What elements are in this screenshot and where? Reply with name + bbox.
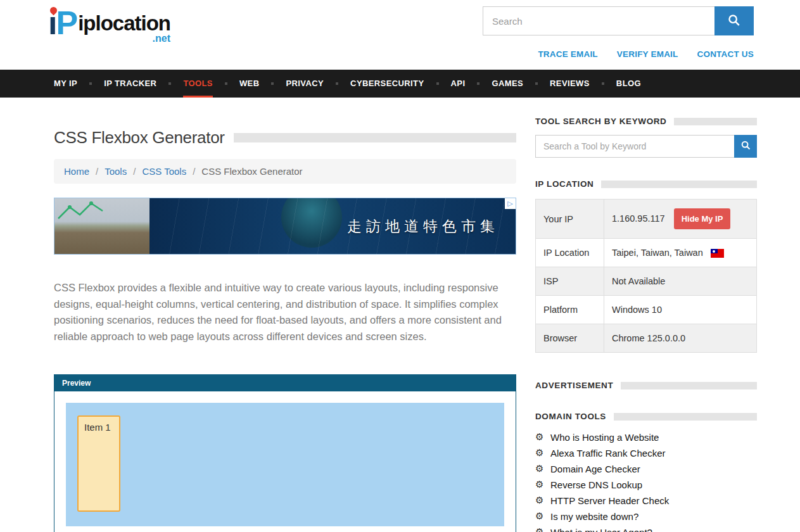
page-container: CSS Flexbox Generator Home/ Tools/ CSS T… (54, 98, 757, 532)
breadcrumb-css-tools[interactable]: CSS Tools (142, 166, 186, 177)
logo-letter-p: P (56, 4, 77, 41)
nav-separator (225, 82, 227, 85)
table-row: Platform Windows 10 (536, 296, 757, 324)
main-content: CSS Flexbox Generator Home/ Tools/ CSS T… (54, 98, 516, 532)
breadcrumb: Home/ Tools/ CSS Tools/ CSS Flexbox Gene… (54, 159, 516, 184)
sidebar: TOOL SEARCH BY KEYWORD IP LOCATION Your … (535, 98, 757, 532)
tool-search-heading-row: TOOL SEARCH BY KEYWORD (535, 117, 757, 126)
domain-tool-reverse-dns-link[interactable]: Reverse DNS Lookup (550, 479, 642, 490)
gear-icon: ⚙ (535, 479, 550, 490)
main-nav: MY IP IP TRACKER TOOLS WEB PRIVACY CYBER… (0, 70, 800, 98)
trace-email-link[interactable]: TRACE EMAIL (538, 49, 597, 59)
ip-location-heading-row: IP LOCATION (535, 179, 757, 189)
list-item: ⚙ HTTP Server Header Check (535, 495, 757, 506)
domain-tools-list: ⚙ Who is Hosting a Website ⚙ Alexa Traff… (535, 431, 757, 532)
nav-item-cybersecurity[interactable]: CYBERSECURITY (350, 70, 424, 98)
isp-label: ISP (536, 267, 604, 296)
breadcrumb-home[interactable]: Home (64, 166, 89, 177)
breadcrumb-tools[interactable]: Tools (105, 166, 127, 177)
breadcrumb-separator: / (133, 166, 136, 177)
nav-separator (436, 82, 439, 85)
platform-value: Windows 10 (604, 296, 757, 324)
ip-location-value: Taipei, Taiwan, Taiwan (612, 248, 703, 258)
isp-value: Not Available (604, 267, 757, 296)
domain-tool-age-link[interactable]: Domain Age Checker (550, 464, 640, 474)
verify-email-link[interactable]: VERIFY EMAIL (617, 49, 678, 59)
platform-label: Platform (536, 296, 604, 324)
nav-separator (168, 82, 171, 85)
top-header: ıP iplocation .net TRACE EMAIL VERIFY EM… (0, 0, 800, 70)
site-search-button[interactable] (714, 6, 754, 35)
ip-location-heading: IP LOCATION (535, 179, 594, 189)
gear-icon: ⚙ (535, 447, 550, 459)
gear-icon: ⚙ (535, 526, 550, 532)
gear-icon: ⚙ (535, 463, 550, 474)
tool-search-input[interactable] (535, 135, 734, 158)
advertisement-heading: ADVERTISEMENT (535, 381, 613, 390)
list-item: ⚙ What is my User Agent? (535, 526, 757, 532)
heading-decor-bar (621, 382, 757, 390)
nav-separator (477, 82, 479, 85)
breadcrumb-separator: / (193, 166, 195, 177)
list-item: ⚙ Who is Hosting a Website (535, 431, 757, 443)
ad-banner[interactable]: 走訪地道特色市集 ▷ (54, 198, 516, 255)
domain-tool-user-agent-link[interactable]: What is my User Agent? (550, 527, 652, 532)
title-decor-bar (234, 133, 516, 142)
nav-item-my-ip[interactable]: MY IP (54, 70, 77, 98)
title-row: CSS Flexbox Generator (54, 128, 516, 148)
site-search-input[interactable] (483, 6, 714, 35)
ad-photo-panel (54, 198, 149, 254)
tool-search-button[interactable] (734, 135, 757, 158)
heading-decor-bar (674, 118, 757, 125)
list-item: ⚙ Alexa Traffic Rank Checker (535, 447, 757, 459)
preview-flex-container: Item 1 (66, 403, 504, 526)
browser-label: Browser (536, 324, 604, 353)
ad-headline: 走訪地道特色市集 (347, 217, 499, 236)
tool-search-box (535, 135, 757, 158)
domain-tools-heading-row: DOMAIN TOOLS (535, 412, 757, 421)
nav-separator (336, 82, 338, 85)
search-icon (727, 13, 741, 29)
nav-item-web[interactable]: WEB (239, 70, 260, 98)
nav-item-games[interactable]: GAMES (492, 70, 523, 98)
ad-chart-decoration (56, 200, 114, 225)
logo-text: iplocation .net (78, 11, 170, 44)
hide-my-ip-button[interactable]: Hide My IP (674, 208, 731, 229)
flexbox-preview-panel: Preview Item 1 (54, 374, 516, 532)
breadcrumb-separator: / (96, 166, 98, 177)
nav-item-reviews[interactable]: REVIEWS (550, 70, 590, 98)
nav-item-api[interactable]: API (451, 70, 466, 98)
nav-item-blog[interactable]: BLOG (616, 70, 641, 98)
header-quick-links: TRACE EMAIL VERIFY EMAIL CONTACT US (538, 49, 754, 59)
domain-tool-alexa-link[interactable]: Alexa Traffic Rank Checker (550, 448, 665, 459)
list-item: ⚙ Is my website down? (535, 510, 757, 522)
nav-separator (89, 82, 92, 85)
tool-search-heading: TOOL SEARCH BY KEYWORD (535, 117, 666, 126)
heading-decor-bar (614, 413, 757, 421)
preview-flex-item: Item 1 (77, 415, 120, 512)
domain-tool-http-header-link[interactable]: HTTP Server Header Check (550, 495, 669, 506)
adchoices-icon[interactable]: ▷ (505, 198, 516, 209)
your-ip-value-cell: 1.160.95.117 Hide My IP (604, 200, 757, 239)
nav-item-privacy[interactable]: PRIVACY (286, 70, 324, 98)
list-item: ⚙ Reverse DNS Lookup (535, 479, 757, 490)
ip-location-table: Your IP 1.160.95.117 Hide My IP IP Locat… (535, 199, 757, 353)
domain-tools-heading: DOMAIN TOOLS (535, 412, 606, 421)
taiwan-flag-icon (711, 249, 724, 258)
logo-tld: .net (153, 33, 170, 44)
search-icon (740, 140, 751, 153)
domain-tool-website-down-link[interactable]: Is my website down? (550, 511, 638, 522)
header-right: TRACE EMAIL VERIFY EMAIL CONTACT US (483, 6, 754, 59)
your-ip-value: 1.160.95.117 (612, 213, 665, 224)
ip-location-label: IP Location (536, 239, 604, 267)
table-row: ISP Not Available (536, 267, 757, 296)
heading-decor-bar (601, 180, 757, 188)
preview-panel-title: Preview (54, 375, 516, 391)
contact-us-link[interactable]: CONTACT US (697, 49, 754, 59)
gear-icon: ⚙ (535, 495, 550, 506)
page-title: CSS Flexbox Generator (54, 128, 225, 148)
nav-item-ip-tracker[interactable]: IP TRACKER (104, 70, 156, 98)
domain-tool-hosting-link[interactable]: Who is Hosting a Website (550, 432, 659, 443)
nav-item-tools[interactable]: TOOLS (183, 70, 213, 98)
site-logo[interactable]: ıP iplocation .net (48, 6, 170, 44)
